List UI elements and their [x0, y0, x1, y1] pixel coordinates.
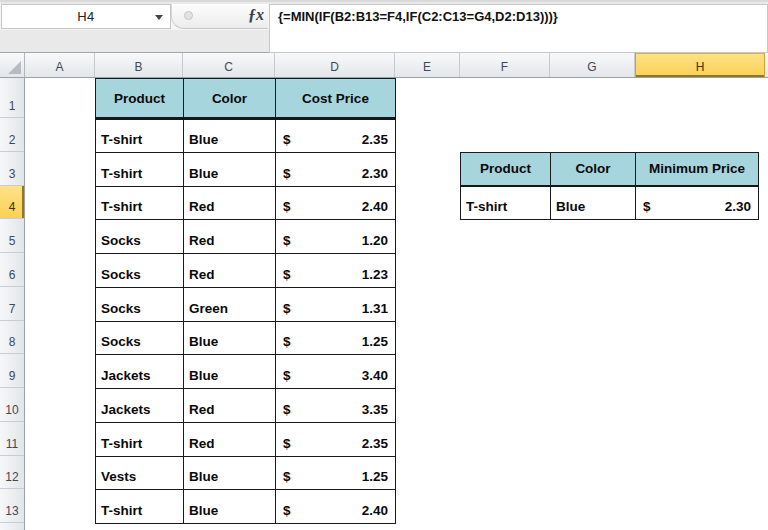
row-header-8[interactable]: 8 — [0, 321, 24, 355]
cell-f4-product[interactable]: T-shirt — [461, 186, 551, 220]
cell-product[interactable]: Jackets — [96, 355, 184, 389]
column-header-d[interactable]: D — [275, 53, 395, 77]
header-minimum-price[interactable]: Minimum Price — [636, 152, 759, 186]
row-header-stub — [0, 523, 24, 530]
insert-function-icon[interactable]: ƒx — [243, 6, 269, 28]
price-value: 1.25 — [362, 469, 388, 484]
cell-color[interactable]: Green — [184, 287, 276, 321]
cell-product[interactable]: Socks — [96, 254, 184, 288]
cell-g4-color[interactable]: Blue — [551, 186, 636, 220]
cell-price[interactable]: $1.31 — [276, 287, 396, 321]
row-header-6[interactable]: 6 — [0, 253, 24, 287]
row-header-13[interactable]: 13 — [0, 489, 24, 523]
select-all-corner[interactable] — [0, 53, 25, 77]
currency-symbol: $ — [643, 199, 651, 214]
header-product[interactable]: Product — [96, 79, 184, 119]
row-header-2[interactable]: 2 — [0, 118, 24, 152]
cell-color[interactable]: Blue — [184, 456, 276, 490]
cell-color[interactable]: Blue — [184, 119, 276, 153]
row-header-12[interactable]: 12 — [0, 456, 24, 490]
column-header-g[interactable]: G — [550, 53, 635, 77]
cell-color[interactable]: Blue — [184, 152, 276, 186]
cell-product[interactable]: T-shirt — [96, 119, 184, 153]
currency-symbol: $ — [283, 503, 291, 518]
formula-input[interactable]: {=MIN(IF(B2:B13=F4,IF(C2:C13=G4,D2:D13))… — [269, 4, 768, 53]
cell-product[interactable]: T-shirt — [96, 152, 184, 186]
table-row: T-shirt Blue $ 2.30 — [461, 186, 759, 220]
cell-color[interactable]: Red — [184, 220, 276, 254]
row-header-3[interactable]: 3 — [0, 152, 24, 186]
cell-price[interactable]: $1.20 — [276, 220, 396, 254]
cell-color[interactable]: Red — [184, 422, 276, 456]
cell-product[interactable]: Socks — [96, 287, 184, 321]
price-value: 2.30 — [362, 166, 388, 181]
cell-price[interactable]: $1.23 — [276, 254, 396, 288]
currency-symbol: $ — [283, 166, 291, 181]
cell-price[interactable]: $2.40 — [276, 490, 396, 524]
column-header-a[interactable]: A — [25, 53, 95, 77]
cell-product[interactable]: Vests — [96, 456, 184, 490]
column-header-b[interactable]: B — [95, 53, 183, 77]
currency-symbol: $ — [283, 469, 291, 484]
cell-price[interactable]: $1.25 — [276, 456, 396, 490]
column-header-h-selected[interactable]: H — [635, 53, 765, 77]
cell-price[interactable]: $2.30 — [276, 152, 396, 186]
row-headers: 1 2 3 4 5 6 7 8 9 10 11 12 13 — [0, 78, 25, 530]
cell-color[interactable]: Red — [184, 389, 276, 423]
table-row: SocksBlue$1.25 — [96, 321, 396, 355]
price-value: 2.30 — [725, 199, 751, 214]
cell-color[interactable]: Red — [184, 254, 276, 288]
cell-price[interactable]: $2.35 — [276, 119, 396, 153]
cell-h4-selected[interactable]: $ 2.30 — [636, 186, 759, 220]
cell-product[interactable]: T-shirt — [96, 186, 184, 220]
column-headers: A B C D E F G H — [0, 53, 768, 78]
cell-product[interactable]: Jackets — [96, 389, 184, 423]
table-row: T-shirtBlue$2.30 — [96, 152, 396, 186]
cell-color[interactable]: Blue — [184, 490, 276, 524]
worksheet-grid[interactable]: 1 2 3 4 5 6 7 8 9 10 11 12 13 Product Co… — [0, 78, 768, 530]
table-row: T-shirtBlue$2.35 — [96, 119, 396, 153]
price-value: 3.40 — [362, 368, 388, 383]
cell-product[interactable]: Socks — [96, 321, 184, 355]
row-header-9[interactable]: 9 — [0, 354, 24, 388]
column-header-e[interactable]: E — [395, 53, 460, 77]
cell-color[interactable]: Blue — [184, 321, 276, 355]
cell-price[interactable]: $3.35 — [276, 389, 396, 423]
price-value: 2.40 — [362, 503, 388, 518]
currency-symbol: $ — [283, 199, 291, 214]
row-header-4-selected[interactable]: 4 — [0, 186, 24, 220]
cell-color[interactable]: Red — [184, 186, 276, 220]
column-header-f[interactable]: F — [460, 53, 550, 77]
cell-price[interactable]: $2.40 — [276, 186, 396, 220]
header-product[interactable]: Product — [461, 152, 551, 186]
price-value: 2.35 — [362, 436, 388, 451]
name-box-value: H4 — [77, 9, 95, 24]
cell-price[interactable]: $3.40 — [276, 355, 396, 389]
currency-symbol: $ — [283, 436, 291, 451]
select-all-triangle-icon — [8, 61, 21, 74]
row-header-7[interactable]: 7 — [0, 287, 24, 321]
table-row: T-shirtRed$2.40 — [96, 186, 396, 220]
cost-price-table: Product Color Cost Price T-shirtBlue$2.3… — [95, 78, 396, 524]
cell-product[interactable]: T-shirt — [96, 490, 184, 524]
cell-price[interactable]: $2.35 — [276, 422, 396, 456]
cell-product[interactable]: Socks — [96, 220, 184, 254]
header-cost-price[interactable]: Cost Price — [276, 79, 396, 119]
column-header-c[interactable]: C — [183, 53, 275, 77]
cell-price[interactable]: $1.25 — [276, 321, 396, 355]
currency-symbol: $ — [283, 267, 291, 282]
header-color[interactable]: Color — [551, 152, 636, 186]
row-header-5[interactable]: 5 — [0, 219, 24, 253]
name-box[interactable]: H4 — [1, 4, 171, 29]
table-row: T-shirtBlue$2.40 — [96, 490, 396, 524]
cell-color[interactable]: Blue — [184, 355, 276, 389]
row-header-1[interactable]: 1 — [0, 78, 24, 118]
row-header-10[interactable]: 10 — [0, 388, 24, 422]
cell-product[interactable]: T-shirt — [96, 422, 184, 456]
table-row: JacketsBlue$3.40 — [96, 355, 396, 389]
name-box-dropdown-icon[interactable] — [155, 15, 163, 20]
header-color[interactable]: Color — [184, 79, 276, 119]
row-header-11[interactable]: 11 — [0, 422, 24, 456]
table-row: VestsBlue$1.25 — [96, 456, 396, 490]
price-value: 1.20 — [362, 233, 388, 248]
